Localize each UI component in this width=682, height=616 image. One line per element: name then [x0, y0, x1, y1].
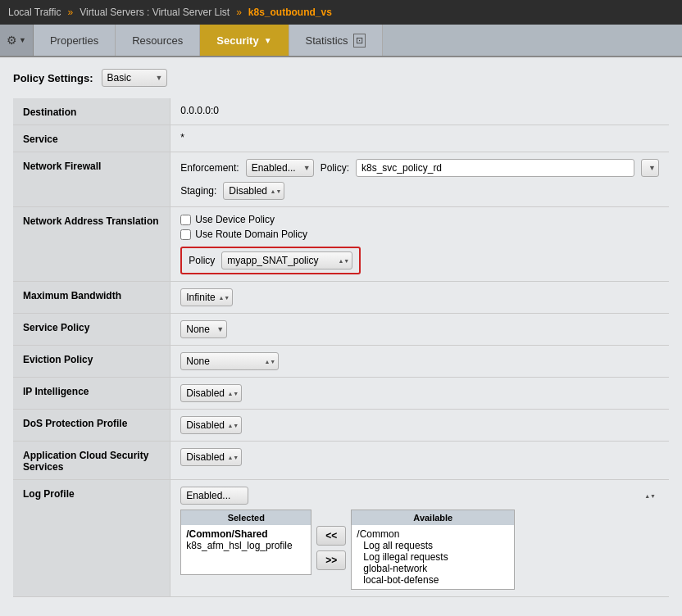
tab-properties-label: Properties — [50, 34, 98, 47]
use-route-domain-policy-checkbox[interactable] — [180, 229, 191, 240]
vs-name: k8s_outbound_vs — [248, 7, 332, 18]
service-policy-row: Service Policy None — [13, 314, 669, 346]
eviction-policy-value-cell: None — [170, 346, 669, 378]
log-available-header: Available — [352, 510, 514, 525]
tab-security[interactable]: Security — [200, 25, 289, 56]
log-enabled-select[interactable]: Enabled... — [180, 487, 248, 505]
local-traffic-link[interactable]: Local Traffic — [8, 7, 61, 18]
service-policy-value-cell: None — [170, 314, 669, 346]
service-policy-label: Service Policy — [13, 314, 170, 346]
policy-settings-select[interactable]: Basic — [102, 69, 167, 87]
service-row: Service * — [13, 125, 669, 152]
service-label: Service — [13, 125, 170, 152]
breadcrumb-arrow1: » — [67, 7, 73, 18]
use-device-policy-row: Use Device Policy — [180, 214, 659, 225]
transfer-buttons: << >> — [316, 510, 346, 570]
max-bandwidth-label: Maximum Bandwidth — [13, 282, 170, 314]
staging-select[interactable]: Disabled — [223, 182, 284, 200]
dos-value-cell: Disabled — [170, 410, 669, 442]
eviction-policy-row: Eviction Policy None — [13, 346, 669, 378]
tab-security-label: Security — [216, 34, 258, 47]
tab-properties[interactable]: Properties — [34, 25, 116, 56]
policy-text-input[interactable] — [356, 159, 634, 177]
staging-select-wrap: Disabled — [223, 182, 284, 200]
dos-label: DoS Protection Profile — [13, 410, 170, 442]
use-device-policy-checkbox[interactable] — [180, 215, 191, 225]
log-selected-list: Selected /Common/Shared k8s_afm_hsl_log_… — [180, 510, 311, 575]
destination-value: 0.0.0.0:0 — [170, 98, 669, 125]
policy-settings-select-wrapper: Basic — [102, 69, 167, 87]
dos-select[interactable]: Disabled — [180, 416, 242, 434]
policy-dropdown[interactable] — [641, 159, 659, 177]
ip-intel-select[interactable]: Disabled — [180, 384, 242, 402]
log-selected-content: /Common/Shared k8s_afm_hsl_log_profile — [181, 525, 311, 555]
log-available-item-2: global-network — [357, 563, 509, 574]
virtual-servers-link[interactable]: Virtual Servers : Virtual Server List — [80, 7, 230, 18]
breadcrumb-arrow2: » — [236, 7, 242, 18]
nat-row: Network Address Translation Use Device P… — [13, 207, 669, 282]
external-link-icon: ⊡ — [353, 34, 366, 48]
policy-settings-row: Policy Settings: Basic — [13, 69, 669, 87]
nat-label: Network Address Translation — [13, 207, 170, 282]
tab-resources-label: Resources — [132, 34, 183, 47]
app-cloud-value-cell: Disabled — [170, 442, 669, 480]
log-profile-row: Log Profile Enabled... Selected — [13, 480, 669, 597]
log-available-item-0: Log all requests — [357, 540, 509, 551]
service-value: * — [170, 125, 669, 152]
nat-policy-section: Policy myapp_SNAT_policy — [180, 247, 361, 274]
use-route-domain-policy-label: Use Route Domain Policy — [195, 229, 307, 240]
log-selected-item: k8s_afm_hsl_log_profile — [186, 540, 306, 551]
log-available-list: Available /Common Log all requests Log i… — [351, 510, 515, 590]
use-device-policy-label: Use Device Policy — [195, 214, 275, 225]
max-bandwidth-row: Maximum Bandwidth Infinite — [13, 282, 669, 314]
ip-intel-select-wrap: Disabled — [180, 384, 242, 402]
destination-label: Destination — [13, 98, 170, 125]
gear-icon: ⚙ — [7, 34, 17, 47]
policy-inline-label: Policy: — [321, 162, 349, 174]
app-cloud-select-wrap: Disabled — [180, 448, 242, 466]
app-cloud-label: Application Cloud Security Services — [13, 442, 170, 480]
log-profile-label: Log Profile — [13, 480, 170, 597]
transfer-left-button[interactable]: << — [316, 526, 346, 546]
tab-resources[interactable]: Resources — [116, 25, 200, 56]
main-content: Policy Settings: Basic Destination 0.0.0… — [0, 57, 682, 616]
tab-statistics[interactable]: Statistics ⊡ — [289, 25, 383, 56]
ip-intel-row: IP Intelligence Disabled — [13, 378, 669, 410]
app-cloud-row: Application Cloud Security Services Disa… — [13, 442, 669, 480]
transfer-right-button[interactable]: >> — [316, 550, 346, 570]
tab-bar: ⚙ ▼ Properties Resources Security Statis… — [0, 25, 682, 57]
log-available-item-1: Log illegal requests — [357, 551, 509, 563]
gear-arrow: ▼ — [19, 36, 26, 44]
network-firewall-label: Network Firewall — [13, 152, 170, 207]
policy-settings-label: Policy Settings: — [13, 72, 93, 84]
nat-policy-select-wrap: myapp_SNAT_policy — [221, 251, 352, 270]
service-policy-select-wrap: None — [180, 320, 227, 338]
log-available-scroll[interactable]: /Common Log all requests Log illegal req… — [352, 525, 514, 589]
nat-policy-select[interactable]: myapp_SNAT_policy — [221, 251, 352, 270]
network-firewall-value-cell: Enforcement: Enabled... Policy: — [170, 152, 669, 207]
form-table: Destination 0.0.0.0:0 Service * Network … — [13, 98, 669, 597]
max-bandwidth-select-wrap: Infinite — [180, 288, 233, 306]
ip-intel-label: IP Intelligence — [13, 378, 170, 410]
staging-label: Staging: — [180, 185, 216, 197]
log-profile-section: Enabled... Selected /Common/Shared k8s_a… — [180, 487, 659, 590]
gear-tab[interactable]: ⚙ ▼ — [0, 25, 34, 56]
log-enabled-select-wrap: Enabled... — [180, 487, 659, 505]
log-available-bold: /Common — [357, 528, 509, 540]
destination-row: Destination 0.0.0.0:0 — [13, 98, 669, 125]
eviction-policy-select[interactable]: None — [180, 352, 279, 370]
max-bandwidth-select[interactable]: Infinite — [180, 288, 233, 306]
enforcement-label: Enforcement: — [180, 162, 239, 174]
enforcement-row: Enforcement: Enabled... Policy: — [180, 159, 659, 177]
service-policy-select[interactable]: None — [180, 320, 227, 338]
log-available-item-3: local-bot-defense — [357, 574, 509, 586]
log-lists-row: Selected /Common/Shared k8s_afm_hsl_log_… — [180, 510, 659, 590]
app-cloud-select[interactable]: Disabled — [180, 448, 242, 466]
enforcement-select[interactable]: Enabled... — [246, 159, 314, 177]
log-selected-header: Selected — [181, 510, 311, 525]
dos-row: DoS Protection Profile Disabled — [13, 410, 669, 442]
nat-policy-label: Policy — [189, 255, 215, 266]
staging-row: Staging: Disabled — [180, 182, 659, 200]
enforcement-select-wrap: Enabled... — [246, 159, 314, 177]
network-firewall-row: Network Firewall Enforcement: Enabled...… — [13, 152, 669, 207]
